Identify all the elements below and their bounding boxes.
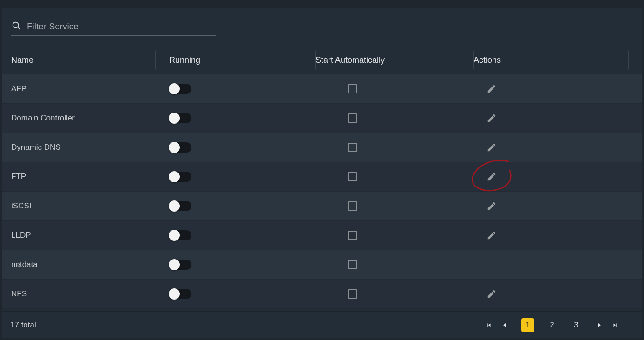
auto-start-checkbox[interactable] [348, 143, 357, 152]
service-row: AFP [2, 74, 642, 104]
auto-start-checkbox[interactable] [348, 172, 357, 181]
service-row: netdata [2, 250, 642, 280]
running-toggle[interactable] [169, 84, 191, 94]
actions-cell [473, 142, 642, 153]
running-cell [155, 172, 315, 182]
running-cell [155, 230, 315, 240]
service-row: LLDP [2, 221, 642, 250]
service-name: netdata [2, 260, 155, 269]
auto-cell [315, 289, 473, 299]
pager-page[interactable]: 3 [571, 319, 582, 331]
running-toggle[interactable] [169, 142, 191, 153]
svg-line-1 [18, 27, 20, 29]
service-row: Domain Controller [2, 104, 642, 133]
auto-cell [315, 113, 473, 123]
running-cell [155, 142, 315, 153]
running-cell [155, 260, 315, 270]
edit-icon[interactable] [486, 113, 497, 123]
edit-icon[interactable] [486, 84, 497, 94]
auto-cell [315, 231, 473, 240]
services-panel: Name Running Start Automatically Actions… [2, 8, 642, 338]
col-running: Running [155, 55, 315, 65]
running-cell [155, 113, 315, 123]
table-header: Name Running Start Automatically Actions [2, 46, 642, 74]
auto-cell [315, 172, 473, 181]
running-cell [155, 289, 315, 299]
table-footer: 17 total 123 [2, 311, 642, 338]
service-row: FTP [2, 162, 642, 192]
actions-cell [473, 172, 642, 182]
col-name: Name [2, 55, 155, 65]
auto-start-checkbox[interactable] [348, 84, 357, 93]
actions-cell [473, 113, 642, 123]
service-name: iSCSI [2, 201, 155, 211]
service-row: Dynamic DNS [2, 133, 642, 162]
col-actions: Actions [473, 55, 642, 65]
auto-cell [315, 260, 473, 269]
running-toggle[interactable] [169, 201, 191, 211]
service-row: iSCSI [2, 192, 642, 221]
pager-prev-icon[interactable] [500, 320, 509, 330]
edit-icon[interactable] [486, 142, 497, 153]
service-name: Dynamic DNS [2, 143, 155, 152]
actions-cell [473, 289, 642, 299]
filter-input[interactable] [27, 19, 216, 34]
search-icon [11, 20, 21, 33]
service-name: LLDP [2, 231, 155, 240]
auto-cell [315, 201, 473, 211]
running-toggle[interactable] [169, 289, 191, 299]
running-toggle[interactable] [169, 172, 191, 182]
running-toggle[interactable] [169, 260, 191, 270]
pager-last-icon[interactable] [611, 320, 620, 330]
service-name: Domain Controller [2, 113, 155, 123]
auto-start-checkbox[interactable] [348, 201, 357, 211]
service-row: NFS [2, 280, 642, 309]
service-name: AFP [2, 84, 155, 93]
auto-start-checkbox[interactable] [348, 231, 357, 240]
pager-page[interactable]: 2 [546, 319, 558, 331]
filter-bar [2, 8, 642, 46]
auto-cell [315, 84, 473, 93]
pager-first-icon[interactable] [484, 320, 493, 330]
search-field[interactable] [11, 19, 216, 36]
pager: 123 [484, 319, 620, 331]
running-toggle[interactable] [169, 113, 191, 123]
auto-start-checkbox[interactable] [348, 289, 357, 299]
auto-start-checkbox[interactable] [348, 113, 357, 123]
auto-start-checkbox[interactable] [348, 260, 357, 269]
pager-page[interactable]: 1 [522, 319, 533, 331]
pager-next-icon[interactable] [595, 320, 604, 330]
svg-point-0 [13, 22, 19, 27]
edit-icon[interactable] [486, 230, 497, 240]
total-count: 17 total [10, 320, 36, 330]
table-body[interactable]: AFPDomain ControllerDynamic DNSFTPiSCSIL… [2, 74, 642, 311]
actions-cell [473, 230, 642, 240]
col-auto: Start Automatically [315, 55, 473, 65]
service-name: FTP [2, 172, 155, 181]
actions-cell [473, 201, 642, 211]
running-toggle[interactable] [169, 230, 191, 240]
actions-cell [473, 84, 642, 94]
edit-icon[interactable] [486, 289, 497, 299]
edit-icon[interactable] [486, 172, 497, 182]
service-name: NFS [2, 289, 155, 299]
running-cell [155, 201, 315, 211]
running-cell [155, 84, 315, 94]
auto-cell [315, 143, 473, 152]
edit-icon[interactable] [486, 201, 497, 211]
